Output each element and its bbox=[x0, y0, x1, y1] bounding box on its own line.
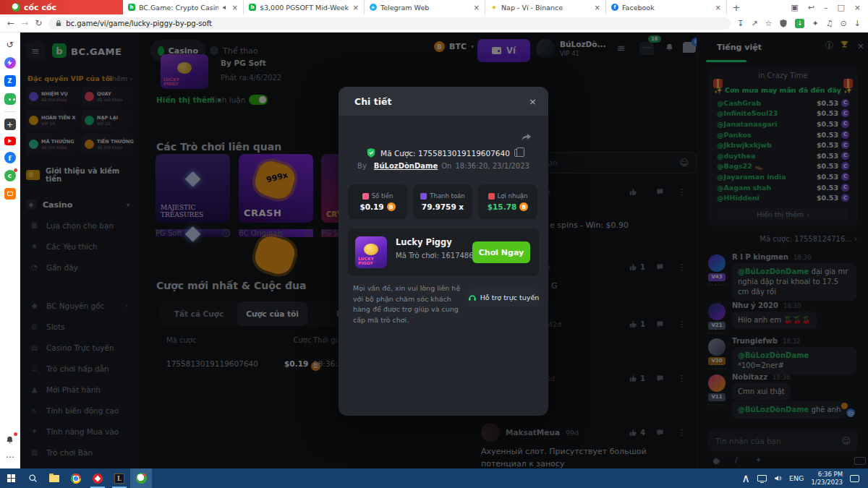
tab-favicon: b bbox=[249, 4, 256, 11]
stat-icon bbox=[420, 193, 427, 200]
tray-expand-icon[interactable]: ∧ bbox=[741, 471, 750, 485]
bet-username[interactable]: BúLozDònDame bbox=[374, 162, 438, 170]
bet-stats-row: Số tiền $0.19 B Thanh toán 79.9759 x bbox=[348, 184, 539, 219]
tabs-container: b BC.Game: Crypto Casino × b $3,000 PGSO… bbox=[123, 0, 727, 14]
share-page-icon[interactable]: ↗ bbox=[751, 19, 757, 28]
messenger-icon[interactable] bbox=[4, 57, 16, 69]
stat-value: $15.78 bbox=[488, 202, 517, 211]
modal-game-name: Lucky Piggy bbox=[396, 237, 452, 247]
tab-title: Facebook bbox=[622, 4, 712, 12]
browser-tab[interactable]: b $3,000 PGSOFT Mid-Week M × bbox=[244, 0, 365, 14]
divider bbox=[4, 111, 16, 112]
downloads-icon[interactable]: ↓ bbox=[854, 19, 861, 28]
adblock-shield-icon[interactable] bbox=[779, 19, 788, 28]
url-text: bc.game/vi/game/lucky-piggy-by-pg-soft bbox=[66, 20, 212, 27]
tab-close-icon[interactable]: × bbox=[353, 4, 359, 12]
extension-icon[interactable]: ✦ bbox=[812, 19, 818, 28]
game-thumbnail[interactable]: LUCKY PIGGY bbox=[355, 236, 387, 268]
start-button[interactable] bbox=[0, 468, 22, 488]
stat-label: Số tiền bbox=[372, 192, 393, 200]
browser-toolbar: ← → ↻ bc.game/vi/game/lucky-piggy-by-pg-… bbox=[0, 14, 868, 33]
modal-close-icon[interactable]: × bbox=[529, 96, 537, 107]
windows-taskbar: L ∧ ENG 6:36 PM 1/23/2023 bbox=[0, 468, 868, 488]
coccoc-brand: cốc cốc bbox=[0, 0, 123, 14]
window-close-button[interactable]: × bbox=[854, 3, 861, 12]
tab-close-icon[interactable]: × bbox=[232, 4, 238, 12]
history-icon[interactable]: ↺ bbox=[4, 39, 16, 51]
idm-download-icon[interactable]: ↓ bbox=[795, 19, 804, 28]
tab-favicon: f bbox=[611, 4, 618, 11]
stat-icon bbox=[362, 193, 369, 200]
live-support-button[interactable]: Hỗ trợ trực tuyến bbox=[467, 288, 540, 307]
coccoc-taskbar-icon[interactable] bbox=[130, 468, 152, 488]
mb-bank-app-icon[interactable] bbox=[87, 468, 109, 488]
profile-icon[interactable]: ⊙ bbox=[841, 19, 847, 28]
more-options-icon[interactable]: ⋯ bbox=[4, 451, 16, 463]
window-maximize-button[interactable]: □ bbox=[837, 3, 844, 12]
league-of-legends-icon[interactable]: L bbox=[109, 468, 130, 488]
stat-value: 79.9759 x bbox=[422, 202, 464, 211]
shopping-icon[interactable] bbox=[4, 188, 16, 200]
browser-tab[interactable]: ◆ Nap - Ví - Binance × bbox=[485, 0, 606, 14]
stat-icon bbox=[488, 193, 495, 200]
browser-tab[interactable]: ▸ Telegram Web × bbox=[365, 0, 485, 14]
zalo-icon[interactable]: Z bbox=[4, 75, 16, 87]
restore-tab-icon[interactable]: ↩ bbox=[808, 3, 814, 12]
tab-title: BC.Game: Crypto Casino bbox=[139, 4, 218, 12]
tab-search-icon[interactable]: ▣ bbox=[791, 3, 798, 12]
chrome-icon[interactable] bbox=[65, 468, 87, 488]
stat-value: $0.19 bbox=[359, 202, 383, 211]
add-shortcut-button[interactable]: + bbox=[4, 119, 16, 130]
action-center-icon[interactable] bbox=[850, 475, 859, 482]
bcgame-page: ≡ b BC.GAME Đặc quyền VIP của tôi Thêm ›… bbox=[20, 33, 868, 468]
browser-tab[interactable]: b BC.Game: Crypto Casino × bbox=[123, 0, 244, 14]
address-bar[interactable]: bc.game/vi/game/lucky-piggy-by-pg-soft bbox=[48, 17, 731, 30]
language-indicator[interactable]: ENG bbox=[789, 474, 804, 482]
time: 6:36 PM bbox=[811, 471, 843, 479]
coccoc-sidebar: ↺ Z + f c ⋯ bbox=[0, 33, 20, 468]
headset-icon bbox=[468, 294, 477, 301]
save-page-icon[interactable]: ↧ bbox=[737, 19, 744, 28]
tab-favicon: b bbox=[128, 4, 135, 11]
btc-coin-icon: B bbox=[519, 202, 528, 211]
browser-tab[interactable]: f Facebook × bbox=[606, 0, 727, 14]
reload-button[interactable]: ↻ bbox=[35, 19, 42, 27]
forward-button[interactable]: → bbox=[21, 19, 28, 27]
tab-audio-icon[interactable] bbox=[222, 4, 229, 11]
lock-icon bbox=[56, 20, 61, 27]
copy-icon[interactable] bbox=[514, 149, 521, 157]
play-now-button[interactable]: Chơi Ngay bbox=[472, 241, 530, 263]
brand-label: cốc cốc bbox=[24, 3, 56, 12]
date: 1/23/2023 bbox=[811, 479, 843, 487]
volume-icon[interactable] bbox=[774, 474, 782, 482]
tab-title: Nap - Ví - Binance bbox=[501, 4, 591, 12]
tab-favicon: ▸ bbox=[370, 4, 377, 11]
network-icon[interactable] bbox=[757, 475, 767, 481]
tab-title: $3,000 PGSOFT Mid-Week M bbox=[260, 4, 349, 12]
taskbar-search-icon[interactable] bbox=[22, 468, 43, 488]
clock[interactable]: 6:36 PM 1/23/2023 bbox=[811, 471, 843, 486]
tab-close-icon[interactable]: × bbox=[715, 4, 721, 12]
youtube-icon[interactable] bbox=[4, 137, 16, 145]
stat-box: Lợi nhuận $15.78 B bbox=[478, 184, 537, 219]
new-tab-button[interactable]: + bbox=[727, 0, 746, 14]
tab-close-icon[interactable]: × bbox=[474, 4, 480, 12]
share-icon[interactable] bbox=[521, 132, 532, 142]
modal-game-card: LUCKY PIGGY Lucky Piggy Mã Trò chơi: 161… bbox=[348, 228, 539, 276]
tab-title: Telegram Web bbox=[380, 4, 470, 12]
bet-details-modal: Chi tiết × Mã Cược: 1755813019119607640 … bbox=[339, 87, 548, 416]
modal-title: Chi tiết bbox=[354, 96, 391, 107]
facebook-icon[interactable]: f bbox=[4, 152, 16, 163]
notifications-bell-icon[interactable] bbox=[4, 434, 16, 445]
bookmark-star-icon[interactable]: ☆ bbox=[765, 19, 773, 28]
games-icon[interactable] bbox=[4, 93, 16, 105]
verified-shield-icon bbox=[366, 147, 376, 158]
piggy-art bbox=[364, 244, 378, 255]
back-button[interactable]: ← bbox=[7, 19, 14, 27]
tab-close-icon[interactable]: × bbox=[595, 4, 600, 12]
file-explorer-icon[interactable] bbox=[43, 468, 65, 488]
window-minimize-button[interactable]: – bbox=[824, 3, 828, 12]
media-control-icon[interactable]: ♫ bbox=[826, 19, 833, 28]
coccoc-news-icon[interactable]: c bbox=[4, 170, 16, 181]
tab-favicon: ◆ bbox=[490, 4, 498, 11]
